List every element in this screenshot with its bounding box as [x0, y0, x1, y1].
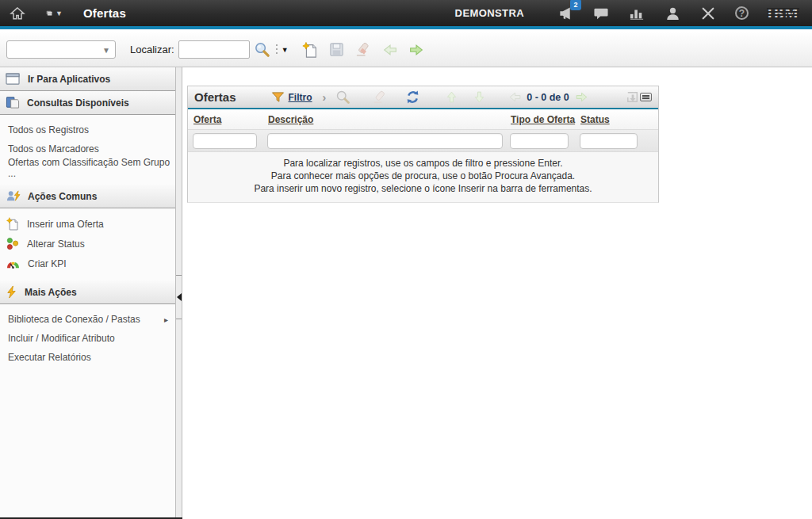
filter-input-oferta[interactable]	[193, 133, 257, 149]
sidebar-header-label: Ir Para Aplicativos	[28, 74, 110, 85]
more-actions-lightning-icon	[6, 285, 17, 299]
username-label: DEMONSTRA	[455, 7, 524, 19]
column-header-status[interactable]: Status	[575, 114, 645, 125]
common-actions-list: Inserir uma Oferta Alterar Status Criar …	[0, 208, 175, 280]
sidebar-collapse-handle[interactable]	[176, 275, 182, 319]
list-item-label: Ofertas com Classificação Sem Grupo ...	[8, 157, 175, 179]
new-record-icon[interactable]	[301, 41, 319, 59]
sidebar-header-label: Ações Comuns	[28, 191, 97, 202]
app-title: Ofertas	[83, 6, 126, 20]
change-status-icon	[6, 237, 20, 251]
list-item-label: Criar KPI	[28, 258, 67, 269]
previous-record-icon[interactable]	[381, 41, 399, 59]
chevron-down-icon: ▼	[56, 10, 63, 17]
list-item-label: Todos os Marcadores	[8, 143, 99, 155]
sidebar-splitter[interactable]	[175, 67, 182, 519]
reports-chart-icon[interactable]	[628, 5, 645, 22]
sidebar: Ir Para Aplicativos Consultas Disponívei…	[0, 67, 175, 519]
sign-out-icon[interactable]	[699, 5, 717, 22]
search-toolbar: ▼ Localizar: ▼	[0, 32, 812, 67]
sidebar-item-go-to-applications[interactable]: Ir Para Aplicativos	[0, 67, 175, 91]
common-actions-icon	[6, 189, 21, 203]
list-item-label: Todos os Registros	[8, 124, 89, 135]
go-to-applications-menu-icon[interactable]: ▼	[45, 5, 63, 22]
next-row-icon-disabled	[472, 90, 487, 105]
new-record-icon	[6, 216, 20, 231]
results-toolbar: Ofertas Filtro › 0 -	[188, 86, 658, 109]
sidebar-item-all-bookmarks[interactable]: Todos os Marcadores	[0, 139, 175, 158]
list-item-label: Incluir / Modificar Atributo	[8, 333, 115, 344]
filter-input-descricao[interactable]	[267, 133, 503, 149]
help-line: Para inserir um novo registro, selecione…	[188, 182, 658, 195]
previous-row-icon-disabled	[444, 90, 459, 105]
collapse-arrow-icon	[177, 293, 182, 301]
kpi-gauge-icon	[6, 258, 21, 269]
profile-icon[interactable]	[664, 5, 681, 22]
next-record-icon[interactable]	[408, 41, 425, 59]
results-column-headers: Oferta Descrição Tipo de Oferta Status	[188, 109, 658, 130]
list-item-label: Biblioteca de Conexão / Pastas	[8, 314, 140, 325]
find-label: Localizar:	[130, 44, 174, 55]
queries-icon	[6, 96, 20, 109]
results-panel: Ofertas Filtro › 0 -	[187, 86, 659, 203]
minimize-panel-button[interactable]	[640, 93, 652, 101]
save-icon[interactable]	[328, 41, 345, 58]
filter-toggle-link[interactable]: Filtro	[289, 92, 312, 103]
advanced-search-icon-disabled[interactable]	[335, 89, 351, 105]
filter-input-tipo-de-oferta[interactable]	[510, 133, 569, 149]
notification-badge: 2	[570, 0, 581, 10]
top-navigation-bar: ▼ Ofertas DEMONSTRA 2 ? IBM	[0, 0, 812, 29]
available-queries-list: Todos os Registros Todos os Marcadores O…	[0, 115, 175, 185]
download-icon-disabled	[626, 91, 640, 104]
column-header-tipo-de-oferta[interactable]: Tipo de Oferta	[505, 114, 575, 125]
sidebar-item-insert-offer[interactable]: Inserir uma Oferta	[0, 214, 175, 234]
previous-page-icon-disabled	[508, 90, 523, 105]
sidebar-item-change-status[interactable]: Alterar Status	[0, 234, 175, 254]
list-item-label: Executar Relatórios	[8, 352, 91, 363]
help-icon[interactable]: ?	[735, 6, 749, 20]
sidebar-item-offers-without-group[interactable]: Ofertas com Classificação Sem Grupo ...	[0, 158, 175, 177]
chevron-right-icon: ›	[323, 91, 327, 104]
results-help-text: Para localizar registros, use os campos …	[188, 152, 658, 202]
pagination-label: 0 - 0 de 0	[527, 92, 569, 103]
list-item-label: Alterar Status	[27, 239, 85, 250]
sidebar-header-label: Mais Ações	[25, 287, 77, 298]
sidebar-item-run-reports[interactable]: Executar Relatórios	[0, 348, 175, 367]
clear-changes-icon[interactable]	[354, 41, 372, 59]
main-content: Ofertas Filtro › 0 -	[183, 67, 812, 519]
announcements-icon[interactable]: 2	[557, 5, 574, 22]
submenu-arrow-icon: ▸	[164, 315, 168, 324]
help-line: Para localizar registros, use os campos …	[188, 157, 658, 170]
chat-icon[interactable]	[592, 5, 610, 22]
results-filter-row	[188, 130, 658, 152]
ibm-logo: IBM	[767, 6, 799, 20]
sidebar-item-create-kpi[interactable]: Criar KPI	[0, 254, 175, 273]
home-icon[interactable]	[9, 5, 26, 22]
find-input[interactable]	[178, 40, 250, 59]
toolbar-separator	[276, 44, 278, 55]
query-combobox[interactable]: ▼	[6, 40, 116, 59]
chevron-down-icon: ▼	[102, 46, 110, 55]
next-page-icon-disabled	[574, 90, 589, 105]
search-options-caret-icon[interactable]: ▼	[282, 46, 289, 54]
column-header-descricao[interactable]: Descrição	[262, 114, 505, 125]
help-line: Para conhecer mais opções de procura, us…	[188, 170, 658, 182]
results-title: Ofertas	[194, 90, 236, 104]
search-icon[interactable]	[253, 40, 271, 59]
clear-icon-disabled	[372, 90, 388, 105]
sidebar-section-available-queries[interactable]: Consultas Disponíveis	[0, 91, 175, 115]
application-window-icon	[6, 73, 21, 86]
sidebar-section-more-actions[interactable]: Mais Ações	[0, 280, 175, 304]
refresh-icon[interactable]	[405, 90, 420, 105]
sidebar-item-attachment-library[interactable]: Biblioteca de Conexão / Pastas ▸	[0, 310, 175, 329]
filter-input-status[interactable]	[580, 133, 638, 149]
filter-funnel-icon[interactable]	[271, 91, 285, 103]
column-header-oferta[interactable]: Oferta	[188, 114, 262, 125]
sidebar-section-common-actions[interactable]: Ações Comuns	[0, 185, 175, 208]
list-item-label: Inserir uma Oferta	[27, 219, 104, 230]
sidebar-item-all-records[interactable]: Todos os Registros	[0, 120, 175, 139]
sidebar-item-add-modify-attribute[interactable]: Incluir / Modificar Atributo	[0, 329, 175, 348]
sidebar-header-label: Consultas Disponíveis	[27, 97, 129, 109]
ibm-logo-stripes	[767, 6, 799, 20]
more-actions-list: Biblioteca de Conexão / Pastas ▸ Incluir…	[0, 304, 175, 374]
